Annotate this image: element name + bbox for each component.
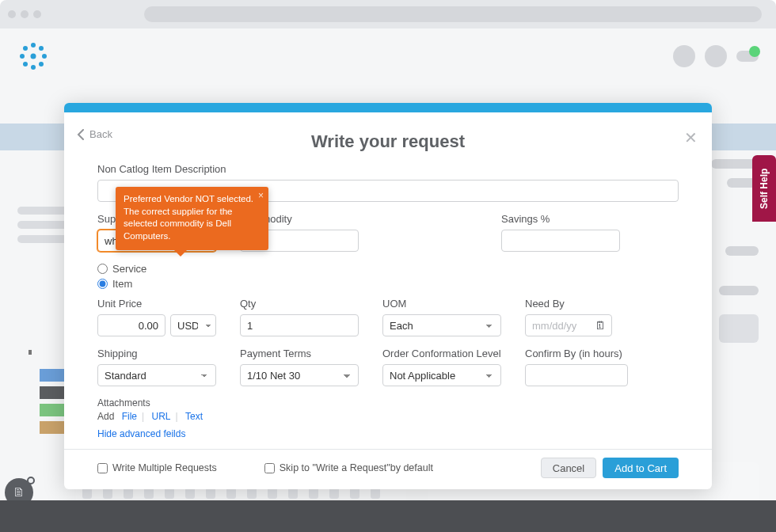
uom-select[interactable]: Each — [382, 314, 501, 336]
back-button[interactable]: Back — [77, 128, 112, 140]
item-radio-label: Item — [112, 278, 132, 290]
unit-price-input[interactable] — [97, 314, 165, 336]
close-button[interactable]: ✕ — [684, 128, 698, 147]
item-radio[interactable]: Item — [97, 278, 679, 290]
url-bar[interactable] — [144, 6, 762, 22]
currency-select[interactable]: USD — [170, 314, 216, 336]
app-logo[interactable] — [17, 40, 49, 72]
svg-point-5 — [39, 46, 44, 51]
document-icon: 🗎 — [13, 485, 25, 500]
svg-point-1 — [31, 65, 36, 70]
tooltip-text: Preferred Vendor NOT selected. The corre… — [124, 194, 253, 241]
shipping-select[interactable]: Standard — [97, 364, 216, 386]
skeleton-line — [711, 159, 759, 169]
attach-text-link[interactable]: Text — [185, 411, 203, 422]
service-radio[interactable]: Service — [97, 263, 679, 275]
traffic-close[interactable] — [8, 10, 16, 18]
hide-advanced-link[interactable]: Hide advanced feilds — [97, 428, 185, 439]
type-radio-group: Service Item — [97, 263, 679, 290]
chip-blue — [40, 369, 65, 382]
confirm-by-label: Confirm By (in hours) — [525, 348, 628, 359]
need-by-label: Need By — [525, 298, 612, 310]
attach-file-link[interactable]: File — [122, 411, 137, 422]
skeleton-line — [719, 286, 759, 295]
skip-default-label: Skip to "Write a Request"by default — [280, 462, 433, 473]
svg-point-8 — [31, 54, 36, 59]
unit-price-label: Unit Price — [97, 298, 216, 310]
svg-point-6 — [23, 62, 28, 66]
write-multiple-label: Write Multiple Requests — [112, 462, 217, 473]
order-conf-label: Order Conformation Level — [382, 348, 501, 359]
self-help-tab[interactable]: Self Help — [752, 155, 776, 222]
savings-label: Savings % — [501, 213, 620, 225]
header-status[interactable] — [736, 51, 759, 62]
modal-title: Write your request — [80, 131, 696, 152]
attach-url-link[interactable]: URL — [152, 411, 171, 422]
attach-add-label: Add — [97, 411, 114, 422]
svg-point-0 — [31, 43, 36, 48]
validation-tooltip: × Preferred Vendor NOT selected. The cor… — [116, 187, 268, 250]
header-right — [673, 45, 759, 67]
page-background: 🗎 Self Help × Preferred Vendor NOT selec… — [0, 28, 776, 532]
write-multiple-checkbox[interactable]: Write Multiple Requests — [97, 462, 217, 473]
header-avatar-1[interactable] — [673, 45, 695, 67]
browser-chrome — [0, 0, 776, 28]
confirm-by-input[interactable] — [525, 364, 628, 386]
online-indicator-icon — [749, 46, 760, 57]
back-label: Back — [89, 128, 112, 140]
chevron-left-icon — [77, 129, 85, 140]
svg-point-4 — [23, 46, 28, 51]
svg-point-7 — [39, 62, 44, 66]
modal-header: Back ✕ Write your request — [64, 112, 712, 155]
uom-label: UOM — [382, 298, 501, 310]
header-avatar-2[interactable] — [705, 45, 727, 67]
chip-green — [40, 404, 65, 416]
request-modal: Back ✕ Write your request Non Catlog Ite… — [64, 103, 712, 489]
qty-label: Qty — [240, 298, 359, 310]
tooltip-close-icon[interactable]: × — [258, 189, 264, 202]
order-conf-select[interactable]: Not Applicable — [382, 364, 501, 386]
cancel-button[interactable]: Cancel — [541, 458, 596, 478]
chip-dark — [40, 386, 65, 399]
traffic-max[interactable] — [33, 10, 41, 18]
skeleton-line — [725, 246, 759, 256]
qty-input[interactable] — [240, 314, 359, 336]
chip-tan — [40, 421, 65, 434]
add-to-cart-button[interactable]: Add to Cart — [603, 458, 679, 478]
chip-marker — [29, 350, 32, 355]
service-radio-label: Service — [112, 263, 146, 275]
skip-default-checkbox[interactable]: Skip to "Write a Request"by default — [264, 462, 433, 473]
color-chips — [40, 350, 65, 434]
fab-badge — [27, 477, 35, 484]
modal-accent-bar — [64, 103, 712, 112]
page-footer-bar — [0, 500, 776, 532]
need-by-input[interactable] — [525, 314, 612, 336]
modal-footer: Write Multiple Requests Skip to "Write a… — [64, 449, 712, 489]
close-icon: ✕ — [684, 129, 698, 146]
payment-terms-select[interactable]: 1/10 Net 30 — [240, 364, 359, 386]
skeleton-block — [719, 314, 759, 343]
svg-point-2 — [20, 54, 25, 59]
traffic-min[interactable] — [21, 10, 29, 18]
savings-input[interactable] — [501, 230, 620, 252]
app-header — [0, 28, 776, 84]
attachments-label: Attachments — [97, 397, 679, 408]
attachments-row: Attachments Add File| URL| Text — [97, 397, 679, 422]
payment-terms-label: Payment Terms — [240, 348, 359, 359]
description-label: Non Catlog Item Description — [97, 163, 679, 175]
traffic-lights — [8, 10, 41, 18]
svg-point-3 — [42, 54, 47, 59]
shipping-label: Shipping — [97, 348, 216, 359]
